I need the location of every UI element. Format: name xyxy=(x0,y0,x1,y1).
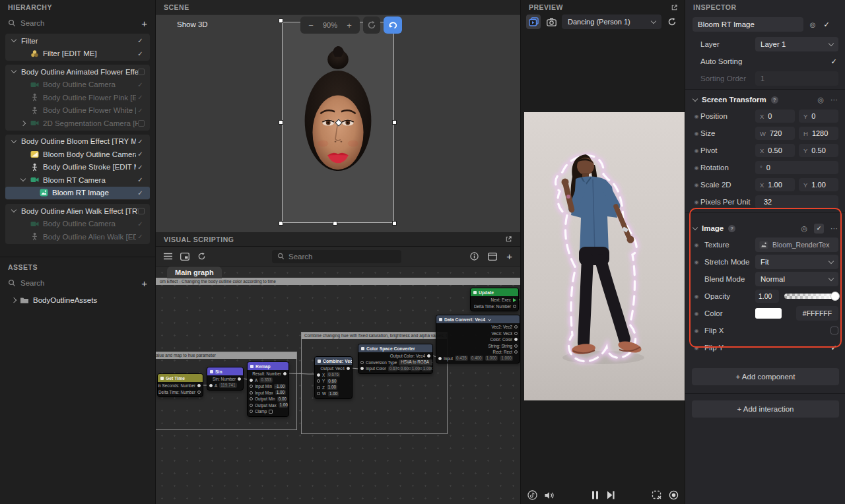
port-value[interactable]: 1.00 xyxy=(328,391,339,396)
minimap-icon[interactable] xyxy=(180,253,189,261)
object-enabled-checkbox[interactable]: ✓ xyxy=(822,20,831,29)
tree-item[interactable]: Body Outline Stroke [EDIT ME]✓ xyxy=(5,161,150,174)
port-value[interactable]: 0.00 xyxy=(277,396,287,402)
target-icon[interactable]: ◎ xyxy=(817,96,824,104)
keyframe-icon[interactable]: ◉ xyxy=(693,148,700,154)
node-port-row[interactable]: Input Min-1.00 xyxy=(248,383,288,390)
tree-item[interactable]: Filter [EDIT ME]✓ xyxy=(5,47,150,61)
node-port-row[interactable]: W1.00 xyxy=(315,391,352,397)
visibility-checkbox[interactable] xyxy=(138,69,145,75)
port-value[interactable]: 1.00 xyxy=(327,385,337,390)
chevron-down-icon[interactable] xyxy=(693,96,698,101)
transform-field[interactable]: Y0 xyxy=(799,110,838,123)
refresh-icon[interactable] xyxy=(197,252,206,261)
port-input[interactable] xyxy=(209,384,213,387)
node-port-row[interactable]: String: String xyxy=(436,343,520,350)
opacity-slider-knob[interactable] xyxy=(830,292,840,301)
media-preview-button[interactable] xyxy=(526,15,541,29)
port-value[interactable]: -1.00 xyxy=(274,384,286,389)
transform-field[interactable]: W720 xyxy=(755,127,795,140)
node-port-row[interactable]: Result: Number xyxy=(248,371,288,377)
visibility-checkbox[interactable]: ✓ xyxy=(136,50,145,57)
tree-item[interactable]: Body Outline Camera✓ xyxy=(5,79,150,92)
preview-source-dropdown[interactable]: Dancing (Person 1) xyxy=(562,15,661,29)
chevron-right-icon[interactable] xyxy=(11,298,17,303)
port-checkbox[interactable] xyxy=(269,410,273,414)
visibility-checkbox[interactable]: ✓ xyxy=(136,138,145,145)
scene-viewport[interactable]: Show 3D xyxy=(156,15,520,232)
port-value[interactable]: 0.676 xyxy=(327,372,340,377)
visibility-checkbox[interactable]: ✓ xyxy=(136,37,145,44)
chevron-down-icon[interactable] xyxy=(20,176,26,181)
transform-field[interactable]: °0 xyxy=(755,161,838,174)
port-value[interactable]: 0.676 xyxy=(388,366,397,371)
port-input[interactable] xyxy=(250,410,253,413)
assets-search-input[interactable]: Search xyxy=(20,279,137,287)
port-input[interactable] xyxy=(317,392,320,395)
visibility-checkbox[interactable] xyxy=(138,120,145,127)
node-port-row[interactable]: Next: Exec xyxy=(471,297,518,303)
step-forward-button[interactable] xyxy=(607,491,615,499)
port-value[interactable]: 0.60 xyxy=(327,379,337,384)
keyframe-icon[interactable]: ◉ xyxy=(693,113,700,119)
more-menu-icon[interactable]: ⋯ xyxy=(830,224,838,233)
chevron-right-icon[interactable] xyxy=(20,121,26,126)
visibility-checkbox[interactable]: ✓ xyxy=(136,81,145,88)
resize-handle-sw[interactable] xyxy=(279,221,283,226)
tree-item[interactable]: Body Outline Flower Pink [EDIT ME]✓ xyxy=(5,91,150,104)
port-output[interactable] xyxy=(283,372,287,375)
port-output[interactable] xyxy=(514,325,518,329)
open-external-icon[interactable] xyxy=(671,4,678,11)
port-input[interactable] xyxy=(317,379,320,383)
node-port-row[interactable]: Delta Time: Number xyxy=(158,389,203,396)
port-value[interactable]: 119.741 xyxy=(219,383,236,388)
node-port-row[interactable]: Clamp xyxy=(248,408,288,415)
node-port-row[interactable]: Color: Color xyxy=(436,336,520,343)
node-port-row[interactable]: Output Color: Vec4 xyxy=(358,353,432,360)
pause-button[interactable] xyxy=(592,491,599,499)
more-menu-icon[interactable]: ⋯ xyxy=(830,96,838,104)
graph-node[interactable]: RemapResult: NumberA0.353Input Min-1.00I… xyxy=(247,362,289,417)
keyframe-icon[interactable]: ◉ xyxy=(693,345,700,351)
port-output[interactable] xyxy=(238,377,241,381)
tree-item[interactable]: Body Outline Alien Walk [EDIT ME]✓ xyxy=(5,230,150,243)
menu-icon[interactable] xyxy=(164,253,172,260)
tree-item[interactable]: Body Outline Animated Flower Effect xyxy=(5,65,150,79)
port-input[interactable] xyxy=(250,391,253,394)
target-icon[interactable]: ◎ xyxy=(801,224,807,233)
port-value[interactable]: 1.00 xyxy=(279,402,288,408)
volume-icon[interactable] xyxy=(544,491,555,500)
texture-field[interactable]: Bloom_RenderTex xyxy=(755,237,838,252)
show-3d-label[interactable]: Show 3D xyxy=(177,20,208,28)
camera-preview-button[interactable] xyxy=(544,15,558,29)
resize-handle-e[interactable] xyxy=(392,120,397,125)
keyframe-icon[interactable]: ◉ xyxy=(693,259,700,265)
visibility-checkbox[interactable]: ✓ xyxy=(136,233,145,240)
port-output[interactable] xyxy=(514,344,518,348)
port-output[interactable] xyxy=(514,350,518,354)
node-port-row[interactable]: Output Max1.00 xyxy=(248,402,288,409)
add-interaction-button[interactable]: + Add interaction xyxy=(692,400,839,418)
node-port-row[interactable]: Input Color0.6760.6001.0001.000 xyxy=(358,365,432,372)
visibility-checkbox[interactable]: ✓ xyxy=(136,150,145,158)
keyframe-icon[interactable]: ◉ xyxy=(693,199,700,205)
port-value[interactable]: 1.000 xyxy=(422,366,431,371)
port-output[interactable] xyxy=(513,298,516,302)
transform-field[interactable]: X0.50 xyxy=(755,144,795,157)
visibility-checkbox[interactable]: ✓ xyxy=(136,189,145,197)
port-input[interactable] xyxy=(360,367,364,370)
node-port-row[interactable]: Output Min0.00 xyxy=(248,396,288,402)
port-input[interactable] xyxy=(250,379,253,382)
keyframe-icon[interactable]: ◉ xyxy=(693,328,700,334)
add-component-button[interactable]: + Add component xyxy=(692,368,839,385)
tree-item[interactable]: Body Outline Bloom Effect [TRY ME]✓ xyxy=(5,135,150,148)
node-port-row[interactable]: Vec2: Vec2 xyxy=(436,324,520,331)
flip-x-checkbox[interactable] xyxy=(830,327,838,334)
port-output[interactable] xyxy=(427,354,430,358)
help-icon[interactable]: ? xyxy=(771,96,778,104)
transform-field[interactable]: Y0.50 xyxy=(799,144,838,157)
visibility-checkbox[interactable]: ✓ xyxy=(136,176,145,183)
node-port-row[interactable]: Time in Seconds: Number xyxy=(158,383,203,389)
keyframe-icon[interactable]: ◉ xyxy=(693,131,700,137)
visibility-checkbox[interactable]: ✓ xyxy=(136,107,145,114)
